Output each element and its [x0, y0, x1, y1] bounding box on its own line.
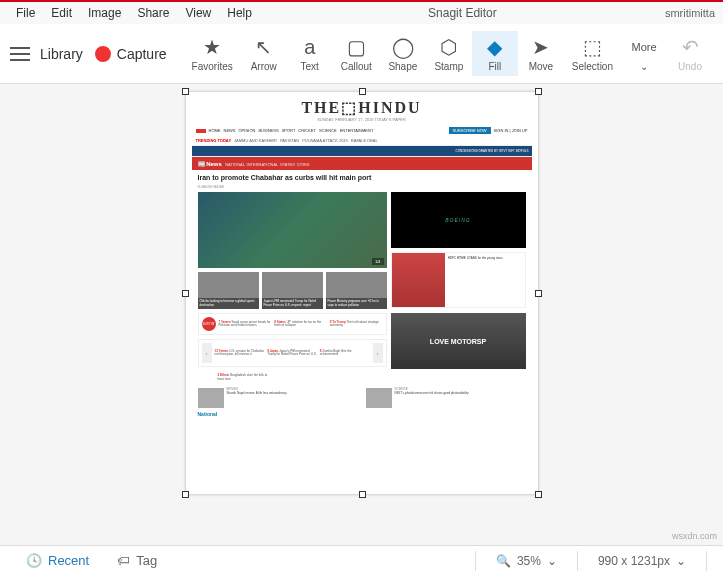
star-icon: ★	[200, 35, 224, 59]
text-tool[interactable]: aText	[287, 31, 333, 76]
carousel-prev-icon: ‹	[202, 343, 212, 363]
byline: SUHASINI HAIDAR	[192, 185, 532, 192]
resize-handle[interactable]	[359, 491, 366, 498]
newspaper-masthead: THE⬚HINDU	[192, 98, 532, 117]
app-title: Snagit Editor	[428, 6, 497, 20]
resize-handle[interactable]	[535, 88, 542, 95]
resize-handle[interactable]	[535, 290, 542, 297]
map-image	[198, 192, 387, 268]
canvas[interactable]: THE⬚HINDU SUNDAY, FEBRUARY 17, 2019 TODA…	[0, 84, 723, 545]
justin-carousel: 2 Ethnic Bangladesh slum fire kills at l…	[198, 371, 387, 384]
chevron-down-icon: ⌄	[676, 554, 686, 568]
selection-tool[interactable]: ⬚Selection	[564, 31, 621, 76]
bottom-card: SCIENCENIIST's photoluminescent ink show…	[366, 388, 526, 408]
text-icon: a	[298, 35, 322, 59]
section-header: National	[192, 408, 532, 420]
username[interactable]: smritimitta	[665, 7, 715, 19]
callout-tool[interactable]: ▢Callout	[333, 31, 380, 76]
justin-badge: JUST IN	[202, 317, 216, 331]
chevron-down-icon: ⌄	[640, 61, 648, 72]
move-icon: ➤	[529, 35, 553, 59]
news-card: Power Ministry proposes over ₹2 bn in so…	[326, 272, 387, 309]
logo-swatch	[196, 129, 206, 133]
justin-carousel: ‹ 12 Yemen U.S. senator for Chabahar not…	[198, 339, 387, 367]
news-card: Odisha looking to become a global sports…	[198, 272, 259, 309]
library-button[interactable]: Library	[40, 46, 83, 62]
resize-handle[interactable]	[182, 290, 189, 297]
motorsport-ad: LOVE MOTORSP	[391, 313, 526, 369]
undo-button[interactable]: ↶Undo	[667, 31, 713, 76]
subscribe-button: SUBSCRIBE NOW	[449, 127, 491, 134]
more-label: More	[632, 35, 656, 59]
nav-row: HOMENEWSOPINIONBUSINESSSPORTCRICKETSCIEN…	[192, 125, 532, 136]
resize-handle[interactable]	[182, 491, 189, 498]
move-tool[interactable]: ➤Move	[518, 31, 564, 76]
arrow-icon: ↖	[252, 35, 276, 59]
tag-tab[interactable]: 🏷Tag	[103, 553, 171, 568]
menu-help[interactable]: Help	[219, 3, 260, 23]
menu-file[interactable]: File	[8, 3, 43, 23]
more-tool[interactable]: More⌄	[621, 31, 667, 76]
clock-icon: 🕓	[26, 553, 42, 568]
main-headline: Iran to promote Chabahar as curbs will h…	[192, 170, 532, 185]
shape-icon: ◯	[391, 35, 415, 59]
tag-icon: 🏷	[117, 553, 130, 568]
resize-handle[interactable]	[535, 491, 542, 498]
news-card: Japan's PM nominated Trump for Nobel Pea…	[262, 272, 323, 309]
menu-image[interactable]: Image	[80, 3, 129, 23]
menu-icon[interactable]	[10, 47, 30, 61]
stamp-tool[interactable]: ⬡Stamp	[426, 31, 472, 76]
menubar: File Edit Image Share View Help Snagit E…	[0, 2, 723, 24]
search-icon: 🔍	[496, 554, 511, 568]
undo-icon: ↶	[678, 35, 702, 59]
blue-nav: CONCESSIONS GRANTED BY GOVT GIFT BIOFULS	[192, 145, 532, 157]
resize-handle[interactable]	[359, 88, 366, 95]
captured-image[interactable]: THE⬚HINDU SUNDAY, FEBRUARY 17, 2019 TODA…	[186, 92, 538, 494]
display-ad: HDFC HOME LOANS for the young stars	[391, 252, 526, 308]
capture-button[interactable]: Capture	[95, 46, 167, 62]
selection-icon: ⬚	[580, 35, 604, 59]
dimensions-control[interactable]: 990 x 1231px⌄	[598, 554, 686, 568]
callout-icon: ▢	[344, 35, 368, 59]
menu-edit[interactable]: Edit	[43, 3, 80, 23]
recent-tab[interactable]: 🕓Recent	[12, 553, 103, 568]
fill-icon: ◆	[483, 35, 507, 59]
menu-share[interactable]: Share	[129, 3, 177, 23]
statusbar: 🕓Recent 🏷Tag 🔍35%⌄ 990 x 1231px⌄	[0, 545, 723, 575]
shape-tool[interactable]: ◯Shape	[380, 31, 426, 76]
justin-carousel: JUST IN 7 Yemen Saudi crown prince heads…	[198, 313, 387, 335]
chevron-down-icon: ⌄	[547, 554, 557, 568]
stamp-icon: ⬡	[437, 35, 461, 59]
arrow-tool[interactable]: ↖Arrow	[241, 31, 287, 76]
news-bar: 📰 News NATIONAL INTERNATIONAL STATES CIT…	[192, 157, 532, 170]
zoom-control[interactable]: 🔍35%⌄	[496, 554, 557, 568]
watermark: wsxdn.com	[672, 531, 717, 541]
newspaper-date: SUNDAY, FEBRUARY 17, 2019 TODAY'S PAPER	[192, 117, 532, 122]
screenshot-content: THE⬚HINDU SUNDAY, FEBRUARY 17, 2019 TODA…	[186, 92, 538, 494]
toolbar: Library Capture ★Favorites ↖Arrow aText …	[0, 24, 723, 84]
video-ad: BOEING	[391, 192, 526, 248]
fill-tool[interactable]: ◆Fill	[472, 31, 518, 76]
bottom-card: MOVIESShandi Gopal review: A life less e…	[198, 388, 358, 408]
carousel-next-icon: ›	[373, 343, 383, 363]
resize-handle[interactable]	[182, 88, 189, 95]
menu-view[interactable]: View	[177, 3, 219, 23]
favorites-tool[interactable]: ★Favorites	[184, 31, 241, 76]
record-icon	[95, 46, 111, 62]
trending-row: TRENDING TODAYJAMMU AND KASHMIRPAKISTANP…	[192, 136, 532, 145]
